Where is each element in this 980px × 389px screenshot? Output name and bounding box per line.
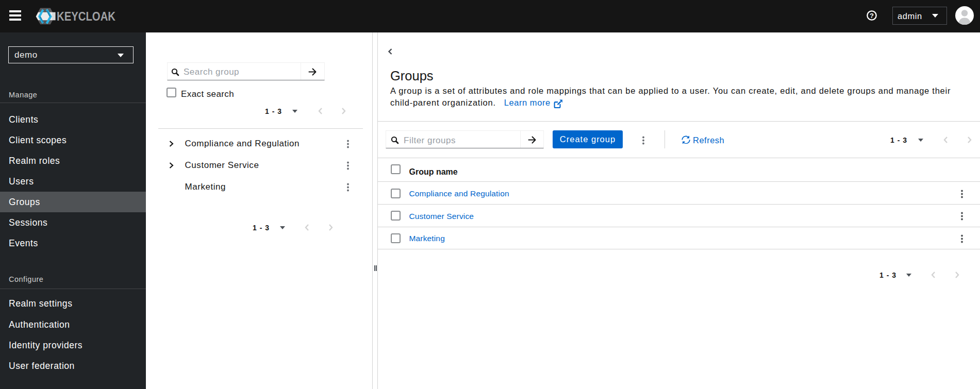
svg-text:?: ? [870,12,874,20]
svg-text:KEYCLOAK: KEYCLOAK [57,9,116,23]
